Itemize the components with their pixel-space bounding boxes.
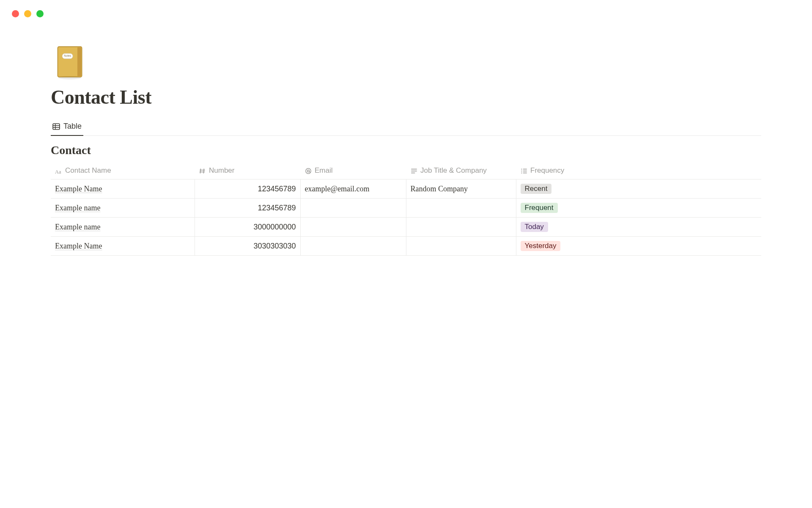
window-minimize-button[interactable] [24, 10, 31, 17]
number-cell[interactable]: 3030303030 [195, 237, 300, 256]
contact-name-cell[interactable]: Example Name [55, 185, 102, 193]
job-cell[interactable]: Random Company [406, 179, 516, 199]
text-lines-icon [410, 167, 418, 175]
page-title[interactable]: Contact List [51, 86, 761, 108]
contact-table: Aa Contact Name Number Email [51, 162, 761, 256]
email-cell[interactable] [300, 237, 406, 256]
window-controls [0, 0, 812, 17]
frequency-cell[interactable]: Frequent [516, 199, 761, 218]
number-cell[interactable]: 3000000000 [195, 218, 300, 237]
svg-point-17 [521, 170, 522, 171]
column-header-frequency[interactable]: Frequency [516, 162, 761, 179]
column-header-email[interactable]: Email [300, 162, 406, 179]
tab-table[interactable]: Table [51, 119, 83, 136]
frequency-cell[interactable]: Recent [516, 179, 761, 199]
job-cell[interactable] [406, 199, 516, 218]
svg-point-5 [58, 76, 81, 79]
email-cell[interactable] [300, 199, 406, 218]
frequency-cell[interactable]: Yesterday [516, 237, 761, 256]
svg-point-12 [307, 170, 310, 172]
number-cell[interactable]: 123456789 [195, 179, 300, 199]
job-cell[interactable] [406, 237, 516, 256]
frequency-tag: Recent [521, 184, 552, 194]
frequency-tag: Today [521, 222, 548, 232]
table-row[interactable]: Example name123456789Frequent [51, 199, 761, 218]
contact-name-cell[interactable]: Example name [55, 204, 100, 212]
table-header-row: Aa Contact Name Number Email [51, 162, 761, 179]
column-header-label: Contact Name [65, 166, 111, 174]
list-icon [520, 167, 528, 175]
svg-text:Aa: Aa [55, 168, 61, 174]
table-icon [52, 123, 60, 130]
email-cell[interactable]: example@email.com [300, 179, 406, 199]
contact-name-cell[interactable]: Example Name [55, 242, 102, 250]
svg-point-18 [521, 172, 522, 173]
job-cell[interactable] [406, 218, 516, 237]
column-header-label: Frequency [530, 166, 564, 174]
frequency-tag: Frequent [521, 203, 558, 213]
column-header-name[interactable]: Aa Contact Name [51, 162, 195, 179]
column-header-label: Email [315, 166, 333, 174]
contact-name-cell[interactable]: Example name [55, 223, 100, 231]
column-header-label: Job Title & Company [420, 166, 487, 174]
frequency-cell[interactable]: Today [516, 218, 761, 237]
column-header-number[interactable]: Number [195, 162, 300, 179]
at-icon [304, 167, 312, 175]
table-row[interactable]: Example Name123456789example@email.comRa… [51, 179, 761, 199]
tab-label: Table [63, 122, 82, 131]
frequency-tag: Yesterday [521, 241, 561, 251]
database-title[interactable]: Contact [51, 144, 761, 157]
page-icon[interactable]: Notes [51, 43, 89, 81]
page-content: Notes Contact List Table Contact Aa Cont… [0, 17, 812, 256]
column-header-label: Number [209, 166, 234, 174]
window-maximize-button[interactable] [36, 10, 44, 17]
svg-rect-6 [53, 124, 60, 130]
window-close-button[interactable] [12, 10, 19, 17]
table-row[interactable]: Example Name3030303030Yesterday [51, 237, 761, 256]
svg-rect-2 [77, 47, 81, 76]
svg-point-11 [306, 168, 311, 173]
text-icon: Aa [55, 167, 63, 175]
column-header-job[interactable]: Job Title & Company [406, 162, 516, 179]
notebook-icon: Notes [51, 43, 89, 81]
svg-point-16 [521, 168, 522, 169]
number-cell[interactable]: 123456789 [195, 199, 300, 218]
svg-text:Notes: Notes [64, 54, 71, 57]
email-cell[interactable] [300, 218, 406, 237]
number-icon [199, 167, 206, 175]
table-row[interactable]: Example name3000000000Today [51, 218, 761, 237]
tabs-bar: Table [51, 119, 761, 136]
